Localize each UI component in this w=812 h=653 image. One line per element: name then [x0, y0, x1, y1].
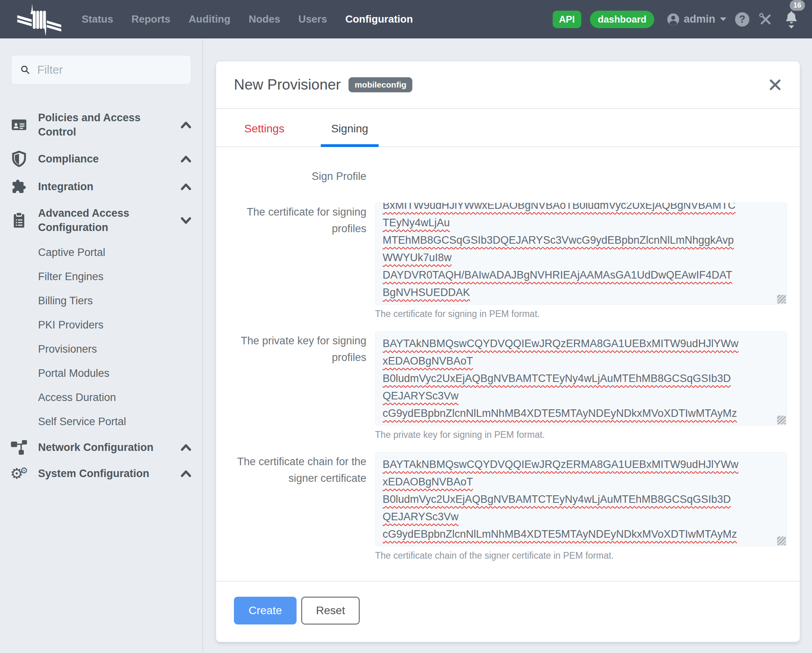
card-header: New Provisioner mobileconfig — [216, 61, 800, 109]
sidebar-menu: Policies and Access Control Compliance — [0, 105, 202, 487]
clipboard-list-icon — [0, 212, 38, 229]
nav-nodes[interactable]: Nodes — [249, 13, 280, 25]
main-nav: Status Reports Auditing Nodes Users Conf… — [82, 13, 413, 25]
provisioner-type-badge: mobileconfig — [349, 77, 412, 92]
user-menu[interactable]: admin — [666, 12, 726, 27]
resize-handle[interactable] — [777, 416, 786, 424]
main-content: New Provisioner mobileconfig Settings Si… — [203, 38, 812, 653]
nav-auditing[interactable]: Auditing — [189, 13, 230, 25]
dashboard-badge[interactable]: dashboard — [590, 11, 655, 28]
search-icon — [20, 64, 30, 75]
sidebar-item-filter-engines[interactable]: Filter Engines — [0, 265, 202, 289]
puzzle-icon — [0, 178, 38, 195]
sidebar-item-label: System Configuration — [38, 466, 169, 481]
certificate-textarea[interactable]: BxMITW9udHJlYWwxEDAOBgNVBAoTB0ludmVyc2Ux… — [375, 202, 787, 305]
chevron-up-icon — [180, 183, 192, 191]
nav-status[interactable]: Status — [82, 13, 113, 25]
resize-handle[interactable] — [777, 295, 786, 304]
textarea-line: BgNVHSUEDDAK — [383, 284, 470, 301]
nav-users[interactable]: Users — [299, 13, 327, 25]
private-key-field-row: The private key for signing profiles BAY… — [234, 331, 787, 440]
sign-profile-label: Sign Profile — [234, 167, 375, 185]
chevron-up-icon — [180, 121, 192, 129]
reset-button[interactable]: Reset — [301, 597, 360, 624]
create-button[interactable]: Create — [234, 597, 297, 624]
textarea-line: TEyNy4wLjAu — [383, 214, 450, 231]
sidebar-item-pki-providers[interactable]: PKI Providers — [0, 313, 202, 337]
chevron-up-icon — [180, 155, 192, 163]
close-icon[interactable] — [768, 78, 782, 92]
textarea-line: B0ludmVyc2UxEjAQBgNVBAMTCTEyNy4wLjAuMTEh… — [383, 491, 731, 508]
notifications-count-badge: 16 — [790, 0, 805, 11]
sidebar-item-provisioners[interactable]: Provisioners — [0, 337, 202, 361]
sidebar-item-access-duration[interactable]: Access Duration — [0, 386, 202, 410]
signing-form: Sign Profile The certificate for signing… — [216, 147, 800, 581]
certificate-chain-field-row: The certificate chain for the signer cer… — [234, 452, 787, 561]
user-name: admin — [684, 13, 715, 25]
card-footer: Create Reset — [216, 581, 800, 642]
sidebar-item-integration[interactable]: Integration — [0, 173, 202, 200]
notifications-bell[interactable]: 16 — [784, 10, 799, 29]
textarea-line: cG9ydEBpbnZlcnNlLmNhMB4XDTE5MTAyNDEyNDkx… — [383, 525, 737, 543]
sidebar-item-label: Policies and Access Control — [38, 111, 169, 139]
chevron-down-icon — [180, 216, 192, 224]
sidebar-item-self-service-portal[interactable]: Self Service Portal — [0, 410, 202, 434]
textarea-line: cG9ydEBpbnZlcnNlLmNhMB4XDTE5MTAyNDEyNDkx… — [383, 405, 737, 422]
certificate-field-row: The certificate for signing profiles BxM… — [234, 202, 787, 319]
certificate-field-label: The certificate for signing profiles — [234, 202, 375, 319]
private-key-textarea[interactable]: BAYTAkNBMQswCQYDVQQIEwJRQzERMA8GA1UEBxMI… — [375, 331, 787, 426]
textarea-line: QEJARYSc3Vw — [383, 508, 459, 525]
textarea-line: BAYTAkNBMQswCQYDVQQIEwJRQzERMA8GA1UEBxMI… — [383, 335, 739, 352]
navbar-right: API dashboard admin ? 16 — [553, 10, 799, 29]
textarea-line: MTEhMB8GCSqGSIb3DQEJARYSc3VwcG9ydEBpbnZl… — [383, 231, 734, 249]
chevron-up-icon — [180, 470, 192, 477]
sidebar-item-label: Integration — [38, 179, 169, 194]
textarea-line: xEDAOBgNVBAoT — [383, 352, 473, 370]
sidebar-item-label: Compliance — [38, 152, 169, 166]
config-sidebar: Policies and Access Control Compliance — [0, 38, 203, 653]
api-badge[interactable]: API — [553, 11, 581, 28]
network-icon — [0, 439, 38, 455]
textarea-line: B0ludmVyc2UxEjAQBgNVBAMTCTEyNy4wLjAuMTEh… — [383, 370, 731, 387]
nav-configuration[interactable]: Configuration — [345, 13, 413, 25]
sidebar-item-captive-portal[interactable]: Captive Portal — [0, 241, 202, 265]
tools-icon[interactable] — [758, 12, 773, 27]
bell-icon — [784, 10, 799, 25]
certificate-help-text: The certificate for signing in PEM forma… — [375, 309, 787, 319]
packetfence-logo[interactable] — [13, 2, 65, 36]
sidebar-item-policies-access-control[interactable]: Policies and Access Control — [0, 105, 202, 145]
user-caret-icon — [720, 17, 726, 21]
new-provisioner-card: New Provisioner mobileconfig Settings Si… — [216, 61, 800, 642]
textarea-line: QEJARYSc3Vw — [383, 387, 459, 405]
filter-input[interactable] — [37, 63, 182, 76]
tab-settings[interactable]: Settings — [234, 109, 295, 146]
help-icon[interactable]: ? — [735, 12, 749, 27]
textarea-line: WWYUk7uI8w — [383, 249, 452, 266]
sidebar-item-portal-modules[interactable]: Portal Modules — [0, 361, 202, 386]
tab-signing[interactable]: Signing — [321, 109, 378, 146]
gears-icon: ⚙⚙ — [0, 466, 38, 481]
sidebar-item-label: Advanced Access Configuration — [38, 206, 169, 235]
textarea-line: EyNDkxMVow — [383, 422, 450, 426]
textarea-line: BxMITW9udHJlYWwxEDAOBgNVBAoTB0ludmVyc2Ux… — [383, 202, 735, 214]
textarea-line: DAYDVR0TAQH/BAIwADAJBgNVHRIEAjAAMAsGA1Ud… — [383, 266, 732, 284]
textarea-line: BAYTAkNBMQswCQYDVQQIEwJRQzERMA8GA1UEBxMI… — [383, 456, 739, 473]
sign-profile-row: Sign Profile — [234, 167, 787, 185]
sidebar-item-compliance[interactable]: Compliance — [0, 145, 202, 173]
sidebar-item-network-configuration[interactable]: Network Configuration — [0, 434, 202, 461]
textarea-line: xEDAOBgNVBAoT — [383, 473, 473, 491]
sidebar-item-system-configuration[interactable]: ⚙⚙ System Configuration — [0, 461, 202, 487]
top-navbar: Status Reports Auditing Nodes Users Conf… — [0, 0, 812, 38]
resize-handle[interactable] — [777, 537, 786, 545]
shield-icon — [0, 151, 38, 167]
sidebar-item-billing-tiers[interactable]: Billing Tiers — [0, 289, 202, 313]
private-key-help-text: The private key for signing in PEM forma… — [375, 430, 787, 440]
sidebar-filter — [11, 55, 191, 84]
sidebar-item-advanced-access-configuration[interactable]: Advanced Access Configuration — [0, 200, 202, 241]
sidebar-item-label: Network Configuration — [38, 440, 169, 454]
textarea-line: EyNDkxMVow — [383, 543, 450, 546]
card-tabs: Settings Signing — [216, 109, 800, 147]
nav-reports[interactable]: Reports — [131, 13, 170, 25]
id-card-icon — [0, 117, 38, 133]
certificate-chain-textarea[interactable]: BAYTAkNBMQswCQYDVQQIEwJRQzERMA8GA1UEBxMI… — [375, 452, 787, 546]
